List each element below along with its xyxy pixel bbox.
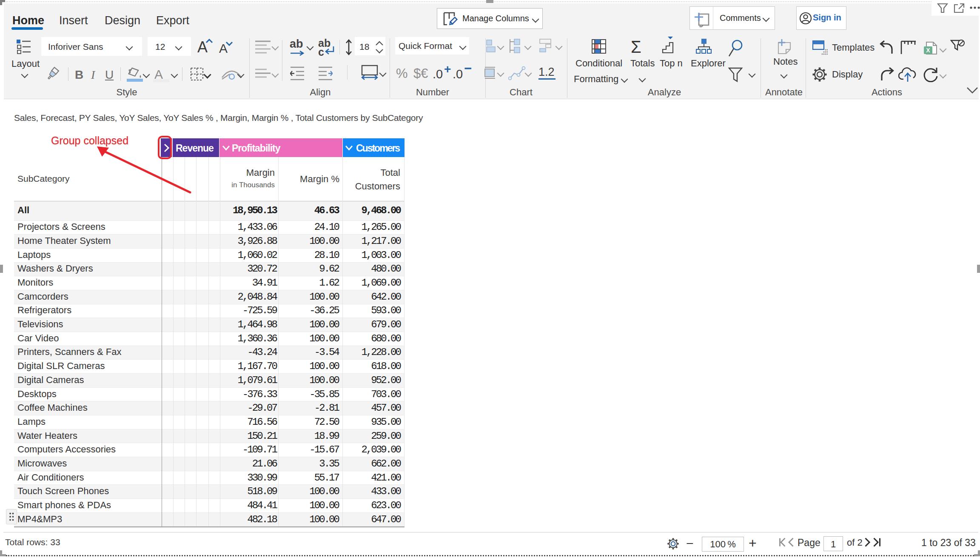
svg-text:X: X [926, 47, 930, 54]
